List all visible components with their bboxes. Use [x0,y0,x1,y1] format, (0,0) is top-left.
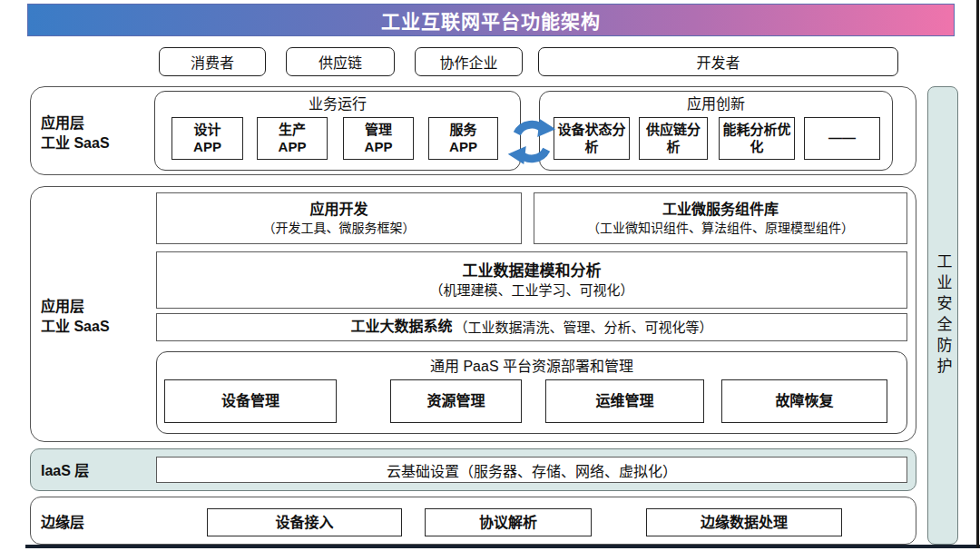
device-access-box: 设备接入 [207,508,402,536]
management-app-box: 管理 APP [343,117,414,160]
page-title: 工业互联网平台功能架构 [27,4,955,36]
edge-layer-label: 边缘层 [41,513,84,533]
fault-recovery-box: 故障恢复 [721,379,887,423]
architecture-diagram: 工业互联网平台功能架构 消费者 供应链 协作企业 开发者 应用层 工业 SaaS… [0,0,980,551]
microservice-lib-title: 工业微服务组件库 [662,201,779,220]
design-app-box: 设计 APP [172,117,243,160]
stakeholder-partner: 协作企业 [415,47,523,76]
service-app-box: 服务 APP [428,117,498,160]
platform-layer-label: 应用层 工业 SaaS [41,297,150,336]
slide-right-border [976,0,979,548]
microservice-lib-box: 工业微服务组件库 （工业微知识组件、算法组件、原理模型组件） [534,192,907,244]
app-innovation-title: 应用创新 [539,93,893,112]
device-management-box: 设备管理 [164,379,337,423]
resource-management-box: 资源管理 [390,379,522,423]
ops-management-box: 运维管理 [545,379,704,423]
cloud-infrastructure-box: 云基础设置（服务器、存储、网络、虚拟化） [156,457,907,483]
energy-analysis-box: 能耗分析优化 [719,117,795,160]
sync-arrows-icon [505,114,559,169]
big-data-title: 工业大数据系统 [350,318,452,337]
paas-group-title: 通用 PaaS 平台资源部署和管理 [156,355,907,375]
microservice-lib-subtitle: （工业微知识组件、算法组件、原理模型组件） [587,220,854,236]
security-bar: 工业安全防护 [927,86,958,545]
security-bar-label: 工业安全防护 [932,253,955,379]
iaas-layer-label: IaaS 层 [41,461,89,481]
big-data-box: 工业大数据系统 （工业数据清洗、管理、分析、可视化等） [156,313,907,341]
app-dev-title: 应用开发 [309,201,368,220]
production-app-box: 生产 APP [257,117,328,160]
stakeholder-developer: 开发者 [538,47,898,76]
device-status-analysis-box: 设备状态分析 [554,117,630,160]
stakeholder-consumer: 消费者 [159,47,266,76]
app-dev-subtitle: （开发工具、微服务框架） [263,220,416,236]
data-modeling-subtitle: （机理建模、工业学习、可视化） [429,281,633,300]
protocol-parsing-box: 协议解析 [425,508,592,536]
app-layer-label: 应用层 工业 SaaS [41,113,150,153]
data-modeling-box: 工业数据建模和分析 （机理建模、工业学习、可视化） [156,251,907,309]
stakeholder-supply-chain: 供应链 [286,47,395,76]
big-data-subtitle: （工业数据清洗、管理、分析、可视化等） [455,319,713,337]
edge-data-processing-box: 边缘数据处理 [646,508,842,536]
app-dev-box: 应用开发 （开发工具、微服务框架） [156,192,522,244]
data-modeling-title: 工业数据建模和分析 [463,261,602,281]
slide-bottom-border [25,545,980,548]
supply-chain-analysis-box: 供应链分析 [639,117,708,160]
business-operation-title: 业务运行 [154,93,521,112]
more-apps-box: —— [804,117,880,160]
